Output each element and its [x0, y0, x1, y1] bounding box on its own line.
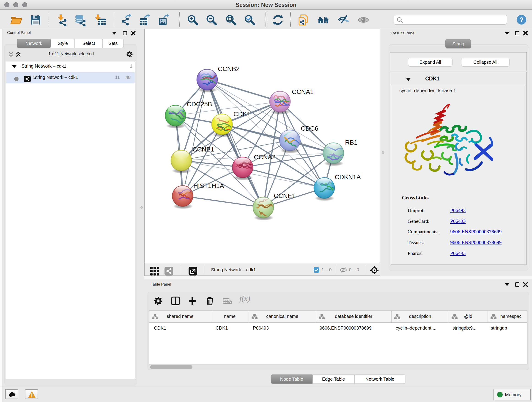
svg-text:CCNB1: CCNB1: [192, 146, 214, 153]
svg-text:CDK1: CDK1: [234, 110, 251, 118]
svg-text:CDC6: CDC6: [301, 125, 318, 132]
svg-text:HIST1H1A: HIST1H1A: [193, 182, 224, 189]
svg-text:CCNA2: CCNA2: [254, 153, 276, 161]
svg-text:RB1: RB1: [345, 139, 357, 146]
svg-text:CCNA1: CCNA1: [292, 88, 314, 95]
svg-text:?: ?: [519, 16, 524, 23]
svg-text:CDC25B: CDC25B: [187, 101, 212, 108]
svg-text:CDKN1A: CDKN1A: [335, 173, 361, 181]
svg-text:CCNB2: CCNB2: [218, 65, 240, 72]
svg-text:CCNE1: CCNE1: [274, 192, 296, 199]
